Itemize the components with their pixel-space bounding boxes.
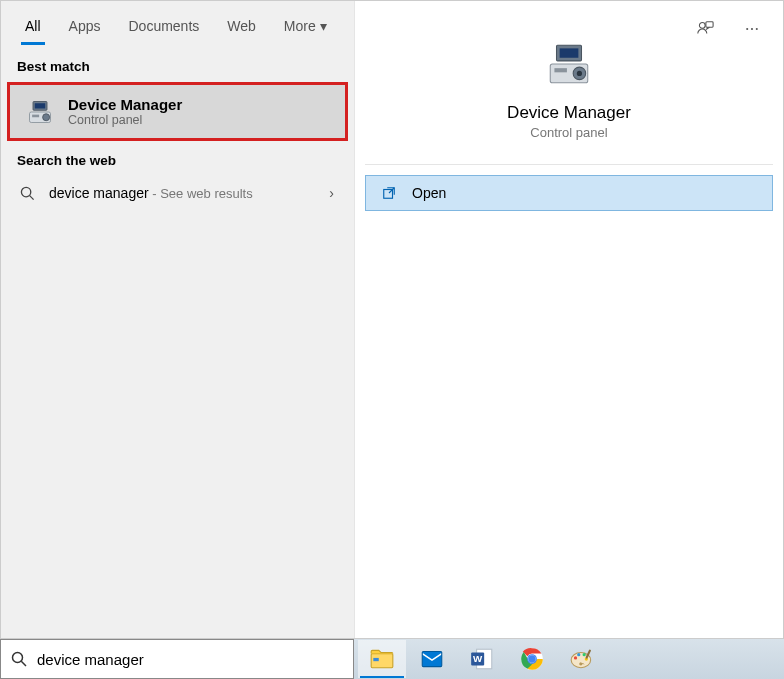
svg-point-10: [751, 28, 753, 30]
svg-point-9: [746, 28, 748, 30]
svg-rect-23: [422, 651, 442, 666]
svg-point-34: [577, 653, 580, 656]
svg-point-35: [583, 653, 586, 656]
open-action[interactable]: Open: [365, 175, 773, 211]
taskbar: W: [354, 639, 784, 679]
chrome-icon: [519, 646, 545, 672]
svg-rect-1: [35, 103, 46, 108]
svg-line-6: [29, 195, 33, 199]
best-match-subtitle: Control panel: [68, 113, 182, 127]
web-search-result[interactable]: device manager - See web results ›: [1, 174, 354, 212]
svg-point-31: [528, 655, 535, 662]
tab-web[interactable]: Web: [213, 6, 270, 45]
paint-icon: [569, 646, 595, 672]
device-manager-icon: [544, 39, 594, 89]
svg-line-20: [21, 661, 26, 666]
svg-text:W: W: [473, 653, 483, 664]
search-input[interactable]: [37, 651, 343, 668]
best-match-title: Device Manager: [68, 96, 182, 113]
word-icon: W: [469, 646, 495, 672]
tab-apps[interactable]: Apps: [55, 6, 115, 45]
taskbar-chrome[interactable]: [508, 640, 556, 678]
svg-point-7: [699, 23, 705, 29]
preview-subtitle: Control panel: [530, 125, 607, 140]
taskbar-word[interactable]: W: [458, 640, 506, 678]
svg-rect-4: [32, 114, 39, 117]
svg-rect-17: [554, 68, 567, 72]
chevron-down-icon: ▾: [320, 18, 327, 34]
svg-rect-22: [373, 658, 378, 661]
taskbar-paint[interactable]: [558, 640, 606, 678]
feedback-icon[interactable]: [688, 12, 722, 46]
search-filter-tabs: All Apps Documents Web More ▾: [1, 1, 354, 49]
search-icon: [11, 651, 27, 667]
search-box[interactable]: [0, 639, 354, 679]
svg-point-5: [21, 187, 30, 196]
preview-title: Device Manager: [507, 103, 631, 123]
mail-icon: [419, 646, 445, 672]
chevron-right-icon: ›: [329, 185, 338, 201]
file-explorer-icon: [369, 646, 395, 672]
web-query: device manager: [49, 185, 149, 201]
svg-point-11: [756, 28, 758, 30]
tab-all[interactable]: All: [11, 6, 55, 45]
more-options-icon[interactable]: [736, 13, 768, 45]
taskbar-explorer[interactable]: [358, 640, 406, 678]
svg-rect-8: [706, 22, 713, 27]
svg-point-33: [574, 656, 577, 659]
search-web-header: Search the web: [1, 143, 354, 174]
device-manager-icon: [26, 98, 54, 126]
tab-more[interactable]: More ▾: [270, 6, 341, 45]
open-icon: [382, 186, 400, 200]
search-icon: [17, 186, 37, 201]
best-match-result[interactable]: Device Manager Control panel: [7, 82, 348, 141]
web-hint: - See web results: [149, 186, 253, 201]
svg-rect-13: [560, 48, 579, 57]
svg-point-16: [577, 71, 582, 76]
best-match-header: Best match: [1, 49, 354, 80]
taskbar-mail[interactable]: [408, 640, 456, 678]
svg-point-19: [13, 653, 23, 663]
open-label: Open: [412, 185, 446, 201]
svg-point-3: [43, 113, 50, 120]
tab-documents[interactable]: Documents: [114, 6, 213, 45]
